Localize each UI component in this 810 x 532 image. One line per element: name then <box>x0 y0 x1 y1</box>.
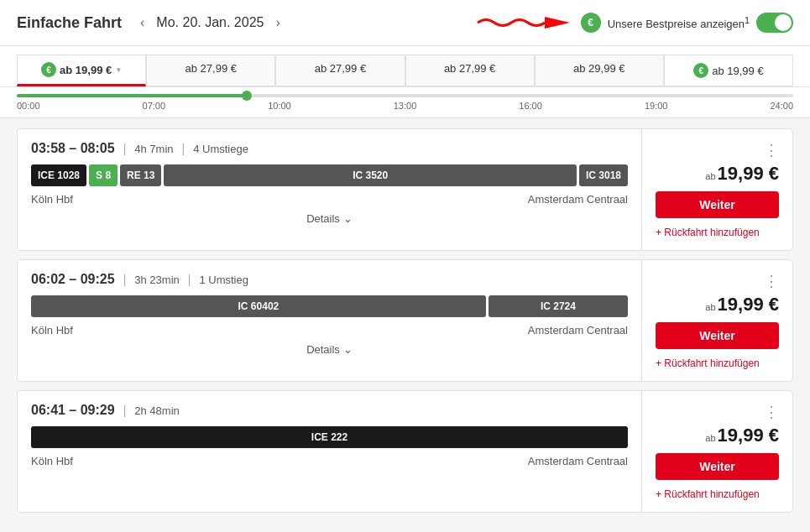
add-return-button-2[interactable]: + Rückfahrt hinzufügen <box>656 488 760 500</box>
more-options-icon-2[interactable]: ⋮ <box>764 403 779 421</box>
segments-2: ICE 222 <box>31 426 628 448</box>
connection-card-1: 06:02 – 09:25 | 3h 23min | 1 Umstieg IC … <box>17 259 793 382</box>
segment-ic60402: IC 60402 <box>31 295 486 317</box>
price-bar: € ab 19,99 € ▼ ab 27,99 € ab 27,99 € ab … <box>0 46 810 87</box>
chevron-down-icon-1: ⌄ <box>343 343 353 356</box>
stations-0: Köln Hbf Amsterdam Centraal <box>31 193 628 206</box>
price-cell-3[interactable]: ab 27,99 € <box>405 55 535 86</box>
segment-ice1028: ICE 1028 <box>31 164 86 186</box>
timeline-labels: 00:00 07:00 10:00 13:00 16:00 19:00 24:0… <box>17 101 793 111</box>
card-right-1: ⋮ ab 19,99 € Weiter + Rückfahrt hinzufüg… <box>641 260 792 381</box>
price-cell-0[interactable]: € ab 19,99 € ▼ <box>17 55 146 86</box>
price-display-2: ab 19,99 € <box>705 425 779 446</box>
euro-icon-small: € <box>41 62 56 77</box>
from-station-2: Köln Hbf <box>31 455 73 467</box>
next-date-button[interactable]: › <box>270 13 285 32</box>
to-station-0: Amsterdam Centraal <box>528 193 628 206</box>
weiter-button-0[interactable]: Weiter <box>656 191 779 218</box>
card-left-1: 06:02 – 09:25 | 3h 23min | 1 Umstieg IC … <box>18 260 641 381</box>
prev-date-button[interactable]: ‹ <box>135 13 149 32</box>
timeline: 00:00 07:00 10:00 13:00 16:00 19:00 24:0… <box>0 87 810 118</box>
price-display-0: ab 19,99 € <box>705 163 779 185</box>
bestprice-toggle[interactable] <box>756 13 793 33</box>
chevron-down-icon: ⌄ <box>343 212 353 225</box>
stations-1: Köln Hbf Amsterdam Centraal <box>31 324 628 336</box>
stations-2: Köln Hbf Amsterdam Centraal <box>31 455 628 467</box>
price-cell-1[interactable]: ab 27,99 € <box>146 55 275 86</box>
more-options-icon-1[interactable]: ⋮ <box>764 272 779 290</box>
weiter-button-1[interactable]: Weiter <box>656 322 779 349</box>
connection-card-0: 03:58 – 08:05 | 4h 7min | 4 Umstiege ICE… <box>17 128 793 251</box>
more-options-icon-0[interactable]: ⋮ <box>764 141 779 159</box>
price-amount-2: 19,99 € <box>718 425 779 446</box>
card-right-2: ⋮ ab 19,99 € Weiter + Rückfahrt hinzufüg… <box>641 391 792 512</box>
page-header: Einfache Fahrt ‹ Mo. 20. Jan. 2025 › € U… <box>0 0 810 46</box>
segment-s8: S 8 <box>89 164 118 186</box>
segment-ic3018: IC 3018 <box>579 164 628 186</box>
card-duration-1: 3h 23min <box>134 274 179 286</box>
card-transfers-0: 4 Umstiege <box>193 143 248 155</box>
card-transfers-1: 1 Umstieg <box>199 274 248 286</box>
card-left-0: 03:58 – 08:05 | 4h 7min | 4 Umstiege ICE… <box>18 129 641 250</box>
timeline-fill <box>17 94 250 97</box>
price-amount-1: 19,99 € <box>718 294 779 316</box>
card-duration-2: 2h 48min <box>134 404 179 417</box>
card-header-0: 03:58 – 08:05 | 4h 7min | 4 Umstiege <box>31 141 628 156</box>
card-details-1: Details ⌄ <box>31 336 628 359</box>
card-duration-0: 4h 7min <box>134 143 173 155</box>
red-arrow-icon <box>473 10 574 35</box>
weiter-button-2[interactable]: Weiter <box>656 453 779 480</box>
card-time-1: 06:02 – 09:25 <box>31 272 115 287</box>
current-date: Mo. 20. Jan. 2025 <box>156 15 264 30</box>
euro-icon-small-right: € <box>693 63 708 78</box>
card-header-1: 06:02 – 09:25 | 3h 23min | 1 Umstieg <box>31 272 628 287</box>
card-details-0: Details ⌄ <box>31 206 628 228</box>
price-display-1: ab 19,99 € <box>705 294 779 316</box>
timeline-thumb <box>242 91 252 101</box>
price-amount-0: 19,99 € <box>718 163 779 185</box>
segment-ic3520: IC 3520 <box>164 164 577 186</box>
connections-list: 03:58 – 08:05 | 4h 7min | 4 Umstiege ICE… <box>0 118 810 523</box>
card-left-2: 06:41 – 09:29 | 2h 48min ICE 222 Köln Hb… <box>18 391 641 512</box>
euro-badge: € <box>581 13 601 33</box>
timeline-bar[interactable] <box>17 94 793 97</box>
segment-ice222: ICE 222 <box>31 426 628 448</box>
from-station-1: Köln Hbf <box>31 324 73 336</box>
date-navigation: ‹ Mo. 20. Jan. 2025 › <box>135 13 285 32</box>
add-return-button-0[interactable]: + Rückfahrt hinzufügen <box>656 227 760 238</box>
card-header-2: 06:41 – 09:29 | 2h 48min <box>31 403 628 418</box>
details-button-0[interactable]: Details ⌄ <box>306 212 353 225</box>
price-cell-5[interactable]: € ab 19,99 € <box>664 55 793 86</box>
segments-0: ICE 1028 S 8 RE 13 IC 3520 IC 3018 <box>31 164 628 186</box>
segment-ic2724: IC 2724 <box>489 295 628 317</box>
to-station-2: Amsterdam Centraal <box>528 455 628 467</box>
price-cell-2[interactable]: ab 27,99 € <box>275 55 405 86</box>
svg-marker-0 <box>545 17 570 29</box>
details-button-1[interactable]: Details ⌄ <box>306 343 353 356</box>
bestprice-label: Unsere Bestpreise anzeigen1 <box>608 15 750 30</box>
price-cell-4[interactable]: ab 29,99 € <box>535 55 664 86</box>
card-right-0: ⋮ ab 19,99 € Weiter + Rückfahrt hinzufüg… <box>641 129 792 250</box>
to-station-1: Amsterdam Centraal <box>528 324 628 336</box>
add-return-button-1[interactable]: + Rückfahrt hinzufügen <box>656 357 760 369</box>
segment-re13: RE 13 <box>120 164 161 186</box>
segments-1: IC 60402 IC 2724 <box>31 295 628 317</box>
page-title: Einfache Fahrt <box>17 14 122 32</box>
connection-card-2: 06:41 – 09:29 | 2h 48min ICE 222 Köln Hb… <box>17 390 793 513</box>
card-time-2: 06:41 – 09:29 <box>31 403 115 418</box>
bestprice-area: € Unsere Bestpreise anzeigen1 <box>473 10 793 35</box>
card-time-0: 03:58 – 08:05 <box>31 141 115 156</box>
from-station-0: Köln Hbf <box>31 193 73 206</box>
